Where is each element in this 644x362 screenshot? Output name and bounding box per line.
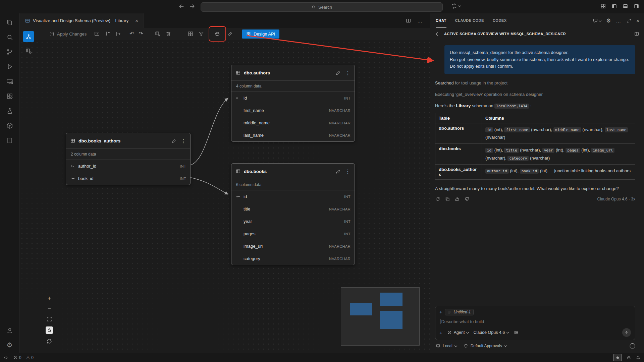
remote-indicator-icon[interactable] (3, 355, 8, 360)
expand-chat-icon[interactable] (626, 18, 631, 23)
pen-icon[interactable] (227, 31, 233, 37)
table-card-books[interactable]: dbo.books ⋮ 6 column data idINTtitleNVAR… (231, 163, 355, 265)
chat-tab-chat[interactable]: CHAT (436, 13, 446, 28)
source-control-icon[interactable] (6, 48, 13, 56)
thumbs-up-icon[interactable] (454, 196, 460, 202)
model-picker[interactable]: Claude Opus 4.6 (473, 330, 509, 335)
refresh-layout-button[interactable] (46, 338, 52, 344)
toggle-secondary-sidebar-icon[interactable] (634, 3, 639, 9)
column-row-category[interactable]: categoryNVARCHAR (231, 252, 355, 265)
problems-warnings[interactable]: ⚠ 0 (26, 355, 34, 360)
search-sidebar-icon[interactable] (6, 34, 13, 41)
back-icon[interactable] (435, 31, 441, 37)
edit-table-icon[interactable] (171, 138, 177, 143)
database-projects-icon[interactable] (6, 122, 13, 129)
table-card-authors[interactable]: dbo.authors ⋮ 4 column data idINTfirst_n… (231, 65, 355, 142)
column-row-first_name[interactable]: first_nameNVARCHAR (231, 104, 355, 117)
column-row-image_url[interactable]: image_urlNVARCHAR (231, 240, 355, 252)
column-row-last_name[interactable]: last_nameNVARCHAR (231, 129, 355, 141)
auto-arrange-icon[interactable] (187, 31, 194, 37)
column-row-id[interactable]: idINT (231, 92, 355, 104)
approvals-picker[interactable]: Default Approvals (464, 344, 506, 348)
table-menu-icon[interactable]: ⋮ (181, 138, 186, 144)
edit-table-icon[interactable] (336, 169, 341, 174)
column-row-pages[interactable]: pagesINT (231, 228, 355, 240)
column-row-year[interactable]: yearINT (231, 215, 355, 228)
back-arrow-icon[interactable] (178, 3, 185, 10)
add-context-icon[interactable]: + (439, 309, 442, 315)
add-table-icon[interactable] (155, 31, 161, 37)
problems-errors[interactable]: 0 (13, 355, 21, 360)
redo-icon[interactable]: ↷ (139, 31, 143, 37)
view-code-icon[interactable] (94, 31, 100, 37)
testing-icon[interactable] (6, 107, 13, 115)
edit-table-icon[interactable] (336, 70, 341, 75)
chat-tab-claude-code[interactable]: CLAUDE CODE (455, 13, 484, 28)
column-row-author_id[interactable]: author_idINT (66, 160, 190, 172)
notifications-bell-icon[interactable] (636, 355, 641, 360)
toggle-sidebar-icon[interactable] (611, 3, 617, 9)
publish-icon[interactable] (115, 31, 121, 37)
column-row-book_id[interactable]: book_idINT (66, 172, 190, 185)
message-actions: Claude Opus 4.6 · 3x (435, 196, 635, 202)
attached-file-chip[interactable]: Untitled-1 (445, 309, 473, 315)
zoom-out-button[interactable]: − (48, 306, 51, 312)
filter-icon[interactable] (198, 31, 204, 37)
regenerate-icon[interactable] (435, 196, 440, 202)
schema-compare-icon[interactable] (105, 31, 111, 37)
apply-changes-button[interactable]: Apply Changes (49, 31, 87, 37)
explorer-icon[interactable] (6, 19, 13, 26)
close-tab-icon[interactable]: × (135, 18, 138, 23)
chat-tab-codex[interactable]: CODEX (493, 13, 507, 28)
table-menu-icon[interactable]: ⋮ (345, 168, 351, 175)
split-editor-icon[interactable] (406, 18, 411, 23)
column-type: NVARCHAR (329, 133, 351, 137)
lock-button[interactable] (46, 326, 53, 334)
table-definition-view-button[interactable] (23, 45, 34, 57)
notebook-icon[interactable] (6, 137, 13, 144)
forward-arrow-icon[interactable] (189, 3, 196, 10)
zoom-in-button[interactable]: + (48, 295, 51, 301)
remote-explorer-icon[interactable] (6, 78, 13, 85)
undo-icon[interactable]: ↶ (129, 31, 134, 37)
schema-diagram-view-button[interactable] (23, 31, 34, 42)
copilot-status-icon[interactable] (626, 355, 632, 361)
diagram-minimap[interactable] (341, 287, 420, 346)
table-card-books-authors[interactable]: dbo.books_authors ⋮ 2 column data author… (66, 133, 191, 185)
chat-more-icon[interactable]: … (616, 18, 621, 23)
thumbs-down-icon[interactable] (464, 196, 470, 202)
column-row-title[interactable]: titleNVARCHAR (231, 203, 355, 215)
settings-gear-icon[interactable]: ⚙ (7, 342, 13, 348)
attach-icon[interactable]: + (439, 330, 442, 336)
environment-picker[interactable]: Local (436, 344, 457, 348)
delete-table-icon[interactable] (165, 31, 171, 37)
open-session-in-editor-icon[interactable] (634, 31, 639, 37)
editor-tab-schema-designer[interactable]: Visualize and Design Schema (Preview) – … (19, 13, 144, 28)
table-menu-icon[interactable]: ⋮ (345, 70, 351, 76)
customize-layout-icon[interactable] (600, 3, 606, 9)
column-row-id[interactable]: idINT (231, 190, 355, 203)
tools-sliders-icon[interactable] (514, 330, 519, 335)
send-button[interactable] (622, 328, 631, 337)
extensions-icon[interactable] (6, 93, 13, 100)
copy-icon[interactable] (445, 196, 450, 202)
fit-to-screen-button[interactable] (46, 316, 52, 322)
chat-settings-gear-icon[interactable]: ⚙ (606, 18, 611, 23)
zoom-control-button[interactable] (613, 354, 622, 361)
chat-mode-icon[interactable] (593, 18, 601, 23)
run-debug-icon[interactable] (6, 63, 13, 70)
column-name: first_name (244, 108, 329, 113)
mode-picker[interactable]: Agent (447, 330, 469, 335)
chat-input-box[interactable]: + Untitled-1 Describe what to build + (435, 306, 635, 340)
column-row-middle_name[interactable]: middle_nameNVARCHAR (231, 117, 355, 129)
chat-input-field[interactable]: Describe what to build (440, 319, 630, 324)
copilot-highlighted-button[interactable] (212, 29, 222, 39)
close-chat-icon[interactable]: × (636, 18, 639, 23)
account-icon[interactable] (6, 327, 13, 334)
toggle-panel-icon[interactable] (623, 3, 628, 9)
command-center-search[interactable]: Search (201, 2, 443, 12)
design-api-button[interactable]: Design API (242, 29, 279, 39)
editor-actions-more-icon[interactable]: … (417, 18, 423, 23)
schema-canvas[interactable]: dbo.books_authors ⋮ 2 column data author… (19, 40, 430, 353)
session-picker[interactable] (451, 3, 461, 9)
